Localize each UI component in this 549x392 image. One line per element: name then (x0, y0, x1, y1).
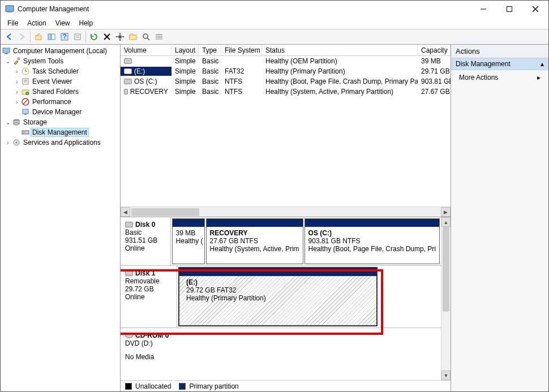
cell-layout: Simple (171, 67, 199, 76)
cell-status: Healthy (OEM Partition) (262, 57, 418, 66)
tree-device-manager[interactable]: Device Manager (2, 107, 119, 117)
grid-body[interactable]: Simple Basic Healthy (OEM Partition) 39 … (121, 56, 451, 206)
actions-more[interactable]: More Actions ▸ (451, 70, 548, 85)
svg-rect-28 (5, 53, 8, 54)
grid-row[interactable]: RECOVERY Simple Basic NTFS Healthy (Syst… (121, 87, 451, 97)
partition-e[interactable]: (E:)29.72 GB FAT32Healthy (Primary Parti… (178, 267, 378, 326)
minimize-button[interactable] (470, 1, 496, 18)
svg-rect-40 (23, 109, 28, 114)
scroll-down-button[interactable]: ▼ (441, 371, 451, 380)
window-title: Computer Management (18, 5, 470, 13)
storage-icon (12, 118, 21, 127)
scroll-right-button[interactable]: ▶ (441, 207, 451, 217)
caret-down-icon: ⌄ (4, 58, 12, 64)
cell-layout: Simple (171, 57, 199, 66)
clock-icon (21, 67, 30, 76)
tree-root[interactable]: Computer Management (Local) (2, 46, 119, 56)
menu-file[interactable]: File (3, 18, 23, 28)
col-status[interactable]: Status (262, 45, 418, 55)
cell-fs: NTFS (221, 77, 262, 86)
svg-rect-27 (3, 48, 10, 53)
cell-capacity: 29.71 GB (418, 67, 451, 76)
legend-swatch-primary (179, 383, 186, 390)
tree-disk-management[interactable]: Disk Management (2, 127, 119, 137)
caret-right-icon: › (13, 79, 21, 85)
scroll-thumb[interactable] (443, 227, 449, 312)
titlebar: Computer Management (1, 1, 548, 18)
partition-os-c[interactable]: OS (C:)903.81 GB NTFSHealthy (Boot, Page… (304, 218, 440, 264)
disk-icon (125, 222, 133, 227)
disk-icon (21, 128, 30, 137)
svg-rect-7 (48, 34, 51, 40)
svg-rect-3 (507, 7, 512, 12)
scroll-left-button[interactable]: ◀ (121, 207, 130, 217)
cell-fs: FAT32 (221, 67, 262, 76)
folder-share-icon (21, 87, 30, 96)
grid-header: Volume Layout Type File System Status Ca… (121, 45, 451, 56)
col-capacity[interactable]: Capacity (418, 45, 451, 55)
menu-action[interactable]: Action (23, 18, 50, 28)
disk-row-cdrom[interactable]: CD-ROM 0 DVD (D:) No Media (121, 328, 441, 368)
center-pane: Volume Layout Type File System Status Ca… (121, 45, 451, 391)
partition-oem[interactable]: 39 MBHealthy ( (172, 218, 205, 264)
tree-shared-folders[interactable]: › Shared Folders (2, 87, 119, 97)
menu-view[interactable]: View (51, 18, 75, 28)
vertical-scrollbar[interactable]: ▲ ▼ (441, 217, 451, 380)
partition-recovery[interactable]: RECOVERY27.67 GB NTFSHealthy (System, Ac… (206, 218, 303, 264)
close-button[interactable] (522, 1, 548, 18)
settings-icon[interactable] (114, 31, 126, 43)
actions-pane: Actions Disk Management ▴ More Actions ▸ (451, 45, 548, 391)
col-type[interactable]: Type (199, 45, 221, 55)
cell-layout: Simple (171, 87, 199, 96)
list-view-button[interactable] (153, 31, 165, 43)
tree-storage[interactable]: ⌄ Storage (2, 117, 119, 127)
tree-event-viewer[interactable]: › Event Viewer (2, 76, 119, 87)
tree-services-apps[interactable]: › Services and Applications (2, 137, 119, 148)
grid-row[interactable]: OS (C:) Simple Basic NTFS Healthy (Boot,… (121, 76, 451, 87)
up-button[interactable] (32, 31, 45, 43)
scroll-up-button[interactable]: ▲ (441, 217, 451, 227)
forward-button[interactable] (16, 31, 28, 43)
col-volume[interactable]: Volume (121, 45, 171, 55)
search-icon[interactable] (140, 31, 152, 43)
help-button[interactable]: ? (58, 31, 71, 43)
svg-text:?: ? (63, 33, 67, 41)
cell-volume: RECOVERY (121, 87, 171, 96)
maximize-button[interactable] (496, 1, 522, 18)
cell-volume: OS (C:) (121, 77, 171, 86)
caret-right-icon: › (4, 140, 12, 146)
event-icon (21, 77, 30, 86)
computer-icon (2, 46, 11, 55)
cell-fs (221, 61, 262, 62)
performance-icon (21, 97, 30, 106)
cell-volume (121, 58, 171, 64)
drive-icon (124, 89, 128, 94)
col-fs[interactable]: File System (221, 45, 262, 55)
svg-point-16 (118, 35, 122, 38)
refresh-button[interactable] (88, 31, 100, 43)
svg-rect-26 (156, 38, 162, 40)
disk-row-disk1[interactable]: Disk 1 Removable 29.72 GB Online (E:)29.… (121, 266, 441, 328)
tree-task-scheduler[interactable]: › Task Scheduler (2, 66, 119, 76)
toolbar: ? (1, 29, 548, 45)
partition-bar (173, 219, 204, 227)
menu-help[interactable]: Help (75, 18, 98, 28)
back-button[interactable] (3, 31, 15, 43)
legend-label-unallocated: Unallocated (135, 382, 171, 390)
grid-row[interactable]: Simple Basic Healthy (OEM Partition) 39 … (121, 56, 451, 66)
tree-system-tools[interactable]: ⌄ System Tools (2, 56, 119, 66)
open-button[interactable] (127, 31, 139, 43)
properties-button[interactable] (71, 31, 84, 43)
actions-group-disk-management[interactable]: Disk Management ▴ (451, 58, 548, 70)
tree-performance[interactable]: › Performance (2, 97, 119, 107)
delete-button[interactable] (101, 31, 113, 43)
disk-row-disk0[interactable]: Disk 0 Basic 931.51 GB Online 39 MBHealt… (121, 217, 441, 266)
show-hide-tree-button[interactable] (45, 31, 58, 43)
grid-row[interactable]: (E:) Simple Basic FAT32 Healthy (Primary… (121, 66, 451, 76)
caret-down-icon: ⌄ (4, 119, 12, 126)
col-layout[interactable]: Layout (171, 45, 199, 55)
app-icon (5, 5, 14, 14)
scroll-thumb[interactable] (131, 208, 199, 216)
horizontal-scrollbar[interactable]: ◀ ▶ (121, 206, 451, 217)
disk-info: Disk 1 Removable 29.72 GB Online (121, 266, 177, 328)
